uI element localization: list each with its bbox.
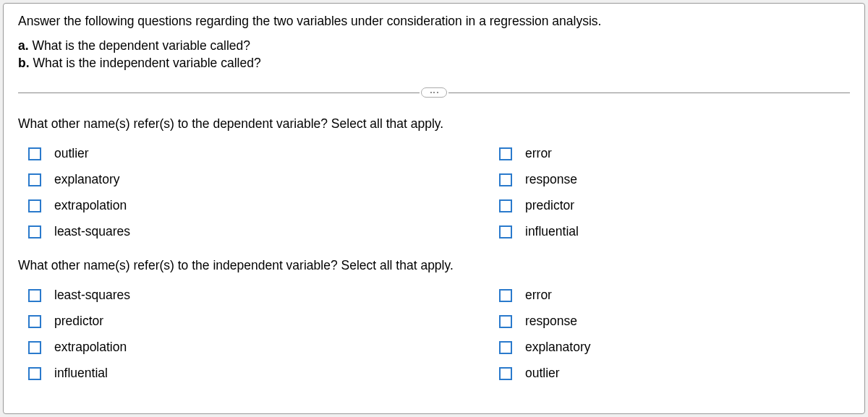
sub-questions: a. What is the dependent variable called… (18, 38, 850, 72)
option-label: explanatory (525, 340, 590, 355)
dot-icon (430, 92, 432, 93)
option-label: error (525, 288, 552, 303)
checkbox-outlier-b[interactable] (499, 367, 512, 380)
checkbox-error-b[interactable] (499, 289, 512, 302)
option-row: response (499, 314, 590, 329)
option-row: predictor (28, 314, 499, 329)
option-label: outlier (54, 146, 89, 161)
option-row: influential (499, 224, 579, 239)
option-row: explanatory (499, 340, 590, 355)
option-row: error (499, 288, 590, 303)
section2-prompt: What other name(s) refer(s) to the indep… (18, 258, 850, 273)
option-label: error (525, 146, 552, 161)
option-row: extrapolation (28, 198, 499, 213)
option-row: outlier (28, 146, 499, 161)
option-row: least-squares (28, 224, 499, 239)
option-label: extrapolation (54, 198, 127, 213)
option-label: response (525, 172, 577, 187)
checkbox-least-squares-b[interactable] (28, 289, 41, 302)
divider-line-right (448, 93, 850, 93)
option-row: outlier (499, 366, 590, 381)
option-label: outlier (525, 366, 560, 381)
checkbox-error[interactable] (499, 147, 512, 160)
checkbox-least-squares[interactable] (28, 225, 41, 238)
checkbox-extrapolation-b[interactable] (28, 341, 41, 354)
option-label: least-squares (54, 224, 130, 239)
option-row: error (499, 146, 579, 161)
checkbox-influential[interactable] (499, 225, 512, 238)
option-label: predictor (525, 198, 574, 213)
sub-b-text: What is the independent variable called? (30, 56, 261, 70)
checkbox-explanatory-b[interactable] (499, 341, 512, 354)
checkbox-explanatory[interactable] (28, 173, 41, 186)
option-label: extrapolation (54, 340, 127, 355)
expand-pill[interactable] (421, 87, 447, 98)
sub-a-label: a. (18, 38, 29, 53)
dot-icon (437, 92, 438, 93)
divider-line-left (18, 93, 420, 93)
option-label: influential (525, 224, 579, 239)
sub-b-label: b. (18, 56, 30, 70)
option-label: explanatory (54, 172, 119, 187)
section-divider (18, 85, 850, 100)
section1-options: outlier explanatory extrapolation least-… (18, 146, 850, 239)
section2-options: least-squares predictor extrapolation in… (18, 288, 850, 381)
option-row: predictor (499, 198, 579, 213)
option-label: influential (54, 366, 108, 381)
question-container: Answer the following questions regarding… (3, 3, 865, 414)
intro-text: Answer the following questions regarding… (18, 14, 850, 29)
checkbox-extrapolation[interactable] (28, 199, 41, 212)
checkbox-response[interactable] (499, 173, 512, 186)
checkbox-predictor-b[interactable] (28, 315, 41, 328)
option-row: influential (28, 366, 499, 381)
option-row: least-squares (28, 288, 499, 303)
option-label: least-squares (54, 288, 130, 303)
checkbox-predictor[interactable] (499, 199, 512, 212)
sub-a-text: What is the dependent variable called? (29, 38, 250, 53)
option-label: predictor (54, 314, 103, 329)
checkbox-response-b[interactable] (499, 315, 512, 328)
checkbox-outlier[interactable] (28, 147, 41, 160)
checkbox-influential-b[interactable] (28, 367, 41, 380)
option-row: extrapolation (28, 340, 499, 355)
dot-icon (433, 92, 435, 93)
option-row: response (499, 172, 579, 187)
option-label: response (525, 314, 577, 329)
option-row: explanatory (28, 172, 499, 187)
section1-prompt: What other name(s) refer(s) to the depen… (18, 116, 850, 132)
